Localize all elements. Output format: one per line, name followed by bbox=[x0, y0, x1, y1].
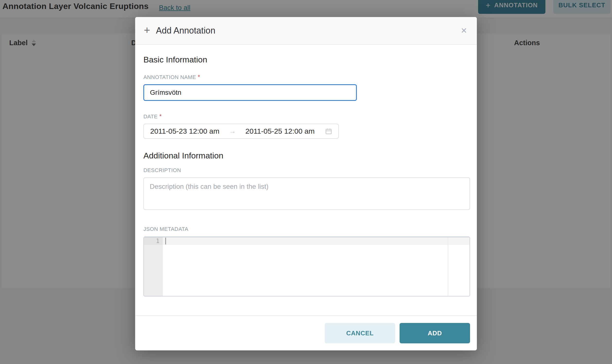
modal-body: Basic Information ANNOTATION NAME * DATE… bbox=[143, 45, 470, 315]
json-metadata-label: JSON METADATA bbox=[143, 226, 470, 232]
json-metadata-label-text: JSON METADATA bbox=[143, 226, 188, 232]
annotation-name-input[interactable] bbox=[143, 84, 357, 101]
required-asterisk: * bbox=[159, 114, 162, 119]
date-label: DATE * bbox=[143, 114, 470, 120]
add-button[interactable]: ADD bbox=[400, 323, 470, 343]
required-asterisk: * bbox=[198, 74, 200, 80]
section-basic-information: Basic Information bbox=[143, 55, 470, 65]
editor-print-margin bbox=[448, 237, 448, 296]
date-label-text: DATE bbox=[143, 114, 158, 120]
editor-cursor bbox=[165, 238, 166, 245]
modal-header: + Add Annotation ✕ bbox=[135, 17, 477, 45]
editor-gutter bbox=[144, 237, 163, 296]
annotation-name-label: ANNOTATION NAME * bbox=[143, 74, 470, 80]
add-annotation-modal: + Add Annotation ✕ Basic Information ANN… bbox=[135, 17, 477, 351]
json-metadata-editor[interactable]: 1 bbox=[143, 237, 470, 297]
calendar-icon bbox=[325, 128, 332, 135]
modal-title: Add Annotation bbox=[156, 26, 215, 36]
description-label: DESCRIPTION bbox=[143, 167, 470, 173]
section-additional-information: Additional Information bbox=[143, 151, 470, 160]
cancel-button[interactable]: CANCEL bbox=[325, 323, 395, 343]
date-start-value[interactable]: 2011-05-23 12:00 am bbox=[150, 127, 220, 135]
editor-active-line bbox=[144, 237, 469, 245]
description-label-text: DESCRIPTION bbox=[143, 167, 181, 173]
arrow-right-icon: → bbox=[229, 127, 236, 135]
plus-icon: + bbox=[144, 25, 150, 36]
modal-footer: CANCEL ADD bbox=[135, 315, 477, 351]
close-icon[interactable]: ✕ bbox=[459, 25, 469, 36]
date-end-value[interactable]: 2011-05-25 12:00 am bbox=[246, 127, 315, 135]
annotation-name-label-text: ANNOTATION NAME bbox=[143, 74, 196, 80]
date-range-picker[interactable]: 2011-05-23 12:00 am → 2011-05-25 12:00 a… bbox=[143, 124, 339, 139]
editor-line-number: 1 bbox=[144, 237, 163, 245]
description-textarea[interactable] bbox=[143, 177, 470, 210]
